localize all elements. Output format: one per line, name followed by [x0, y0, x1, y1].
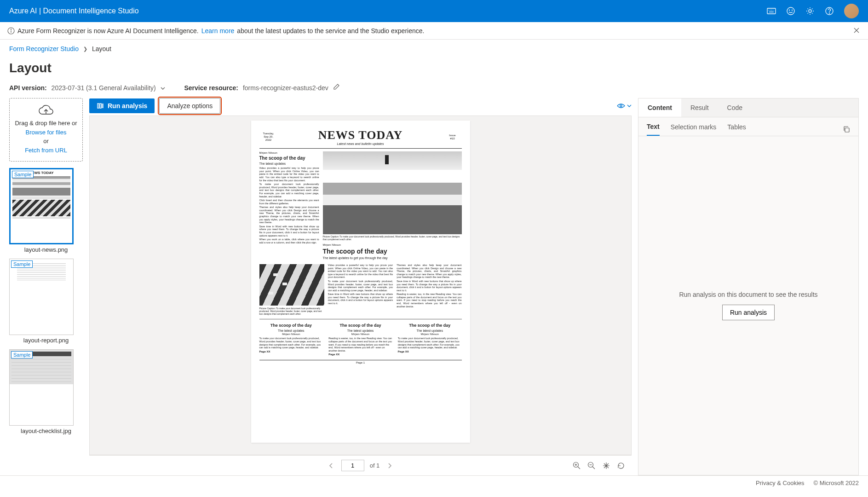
svg-point-8	[792, 10, 793, 11]
svg-line-23	[578, 467, 580, 469]
results-body: Run analysis on this document to see the…	[638, 136, 858, 475]
svg-rect-0	[767, 8, 776, 14]
chevron-down-icon[interactable]	[160, 84, 166, 92]
thumbnail-item-news[interactable]: Sample NEWS TODAY layout-news.png	[9, 168, 83, 253]
edit-icon[interactable]	[333, 84, 339, 92]
browse-files-link[interactable]: Browse for files	[13, 128, 79, 137]
footer: Privacy & Cookies © Microsoft 2022	[0, 475, 868, 490]
app-header: Azure AI | Document Intelligence Studio	[0, 0, 868, 22]
newspaper-title: NEWS TODAY	[278, 128, 443, 142]
run-analysis-button[interactable]: Run analysis	[89, 98, 155, 113]
page-controls: of 1	[89, 455, 632, 475]
service-resource-group: Service resource: forms-recognizer-eastu…	[184, 84, 339, 92]
fit-icon[interactable]	[602, 462, 610, 470]
empty-state-message: Run analysis on this document to see the…	[679, 291, 817, 298]
svg-rect-29	[845, 128, 849, 132]
center-panel: Run analysis Analyze options Tuesday, Se…	[89, 98, 632, 475]
svg-point-21	[620, 105, 622, 107]
help-icon[interactable]	[825, 6, 834, 16]
document-page: Tuesday, Sep 20, 2022 NEWS TODAY Latest …	[251, 121, 470, 443]
header-icons	[767, 4, 859, 18]
page-title: Layout	[0, 58, 868, 84]
fetch-url-link[interactable]: Fetch from URL	[13, 146, 79, 155]
learn-more-link[interactable]: Learn more	[201, 27, 235, 35]
breadcrumb: Form Recognizer Studio ❯ Layout	[0, 40, 868, 58]
file-dropzone[interactable]: Drag & drop file here or Browse for file…	[9, 98, 83, 162]
thumbnail-image: Sample NEWS TODAY	[9, 168, 74, 244]
svg-point-6	[787, 7, 794, 15]
next-page-button[interactable]	[385, 461, 394, 470]
chevron-right-icon: ❯	[83, 46, 87, 52]
gear-icon[interactable]	[805, 6, 815, 16]
sample-badge: Sample	[12, 171, 34, 178]
prev-page-button[interactable]	[327, 461, 336, 470]
api-version-group[interactable]: API version: 2023-07-31 (3.1 General Ava…	[9, 84, 166, 92]
info-banner: Azure Form Recognizer is now Azure AI Do…	[0, 22, 868, 40]
thumbnail-list: Sample NEWS TODAY layout-news.png Sample	[9, 168, 83, 434]
result-top-tabs: Content Result Code	[638, 98, 858, 117]
thumbnail-label: layout-news.png	[9, 246, 83, 253]
run-analysis-button-secondary[interactable]: Run analysis	[722, 305, 775, 320]
result-sub-tabs: Text Selection marks Tables	[638, 117, 858, 136]
copy-icon[interactable]	[843, 126, 850, 133]
svg-point-7	[789, 10, 790, 11]
sample-badge: Sample	[11, 260, 33, 268]
visibility-toggle[interactable]	[617, 103, 632, 109]
svg-point-9	[809, 10, 811, 12]
thumbnail-label: layout-report.png	[9, 337, 83, 344]
keyboard-icon[interactable]	[767, 6, 776, 16]
api-version-value: 2023-07-31 (3.1 General Availability)	[52, 84, 156, 92]
subtab-tables[interactable]: Tables	[727, 123, 746, 135]
document-surface[interactable]: Tuesday, Sep 20, 2022 NEWS TODAY Latest …	[89, 116, 632, 455]
zoom-controls	[573, 462, 625, 470]
breadcrumb-parent[interactable]: Form Recognizer Studio	[9, 45, 79, 52]
analyze-options-button[interactable]: Analyze options	[159, 98, 220, 114]
svg-point-14	[11, 29, 11, 29]
close-icon[interactable]	[853, 27, 861, 35]
subtab-selection-marks[interactable]: Selection marks	[671, 123, 717, 135]
tab-code[interactable]: Code	[718, 98, 752, 117]
sample-badge: Sample	[11, 351, 33, 358]
rotate-icon[interactable]	[617, 462, 625, 470]
api-version-label: API version:	[9, 84, 47, 92]
crosswalk-photo	[323, 151, 462, 234]
tab-content[interactable]: Content	[638, 98, 681, 117]
zoom-out-icon[interactable]	[587, 462, 596, 470]
left-sidebar: Drag & drop file here or Browse for file…	[9, 98, 83, 475]
thumbnail-item-checklist[interactable]: Sample layout-checklist.jpg	[9, 349, 83, 434]
copyright-text: © Microsoft 2022	[814, 480, 859, 486]
tab-result[interactable]: Result	[681, 98, 718, 117]
right-panel: Content Result Code Text Selection marks…	[638, 98, 859, 475]
service-resource-value: forms-recognizer-eastus2-dev	[243, 84, 328, 92]
main-workspace: Drag & drop file here or Browse for file…	[0, 98, 868, 475]
service-resource-label: Service resource:	[184, 84, 238, 92]
svg-line-27	[592, 467, 595, 469]
page-number-input[interactable]	[341, 460, 364, 471]
svg-rect-18	[100, 104, 101, 108]
thumbnail-label: layout-checklist.jpg	[9, 428, 83, 434]
dropzone-or: or	[13, 137, 79, 146]
run-analysis-label: Run analysis	[108, 102, 147, 110]
smile-icon[interactable]	[786, 6, 795, 16]
dropzone-text-1: Drag & drop file here or	[13, 119, 79, 128]
svg-point-11	[829, 13, 829, 13]
info-icon	[7, 27, 15, 35]
privacy-link[interactable]: Privacy & Cookies	[756, 480, 804, 486]
breadcrumb-current: Layout	[92, 45, 111, 52]
thumbnail-item-report[interactable]: Sample layout-report.png	[9, 259, 83, 344]
page-of-label: of 1	[370, 462, 380, 469]
svg-rect-17	[98, 104, 99, 108]
user-avatar[interactable]	[844, 4, 859, 18]
thumbnail-image: Sample	[9, 259, 74, 335]
subtab-text[interactable]: Text	[647, 123, 660, 136]
app-title: Azure AI | Document Intelligence Studio	[9, 7, 139, 15]
zoom-in-icon[interactable]	[573, 462, 581, 470]
cloud-upload-icon	[13, 105, 79, 117]
meta-row: API version: 2023-07-31 (3.1 General Ava…	[0, 84, 868, 98]
banner-text-suffix: about the latest updates to the service …	[237, 27, 424, 35]
thumbnail-image: Sample	[9, 349, 74, 426]
toolbar: Run analysis Analyze options	[89, 98, 632, 114]
cars-photo	[259, 264, 324, 306]
banner-text-prefix: Azure Form Recognizer is now Azure AI Do…	[17, 27, 199, 35]
